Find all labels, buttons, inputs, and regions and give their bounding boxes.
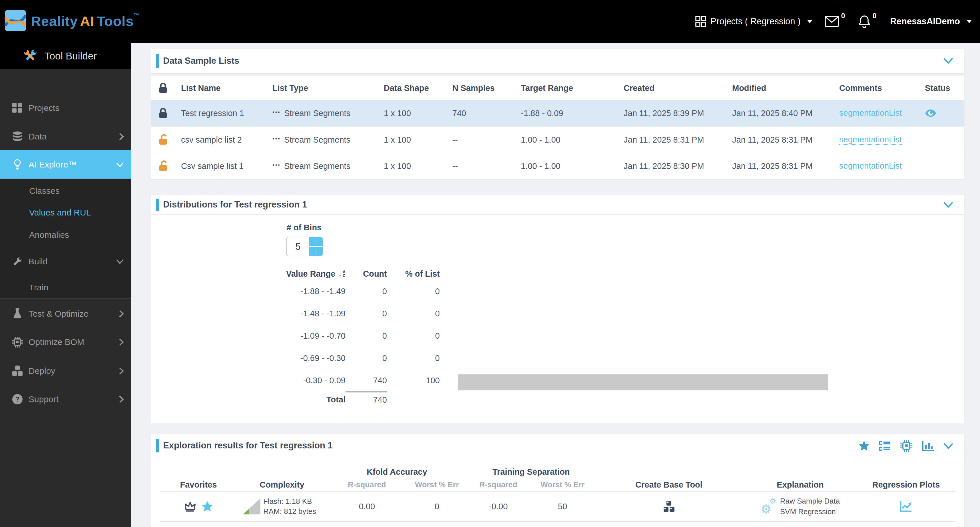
sidebar-item-classes[interactable]: Classes	[0, 181, 131, 201]
collapse-chevron-icon[interactable]	[943, 57, 954, 65]
cell-n-samples: --	[448, 161, 517, 171]
sort-icon[interactable]: ↓ AZ	[338, 270, 345, 278]
exploration-table: Kfold Accuracy Training Separation Favor…	[160, 465, 955, 522]
bins-spin-buttons: ↑ ↓	[309, 237, 323, 256]
dist-range: -1.09 - -0.70	[286, 325, 345, 347]
section-title-data-sample-lists: Data Sample Lists	[163, 56, 239, 66]
explanation-text: Raw Sample Data SVM Regression	[780, 496, 840, 517]
crown-icon[interactable]	[184, 501, 197, 512]
column-header-kfold-r2: R-squared	[327, 478, 407, 491]
cubes-icon	[11, 366, 24, 376]
data-sample-lists-table: List Name List Type Data Shape N Samples…	[151, 76, 964, 179]
cell-modified: Jan 11, 2025 8:31 PM	[728, 161, 835, 171]
sidebar-item-support[interactable]: ? Support	[0, 389, 131, 409]
sidebar: Tool Builder Projects Data AI Explore™ C…	[0, 43, 131, 527]
eye-icon[interactable]	[925, 109, 936, 117]
projects-icon	[11, 103, 24, 113]
exploration-results-card: Exploration results for Test regression …	[151, 434, 964, 527]
collapse-chevron-icon[interactable]	[943, 201, 954, 209]
gears-icon[interactable]: ⚙ ⚙	[761, 498, 776, 515]
dist-count: 0	[345, 280, 387, 302]
column-header-train-worst: Worst % Err	[530, 478, 595, 491]
favorites-filter-icon[interactable]	[858, 441, 870, 451]
comments-link[interactable]: segmentationList	[839, 108, 902, 118]
line-chart-icon[interactable]	[899, 500, 913, 513]
sidebar-item-optimize-bom[interactable]: Optimize BOM	[0, 332, 131, 352]
bins-label: # of Bins	[274, 223, 334, 232]
sidebar-item-anomalies[interactable]: Anomalies	[0, 225, 131, 245]
comments-link[interactable]: segmentationList	[839, 135, 902, 145]
projects-dropdown[interactable]: Projects ( Regression )	[695, 16, 812, 27]
dist-count: 740	[345, 369, 387, 391]
dist-range: -1.48 - -1.09	[286, 302, 345, 325]
chip-icon	[11, 337, 24, 348]
reality-ai-logo-icon	[5, 10, 26, 32]
sidebar-item-data[interactable]: Data	[0, 126, 131, 147]
stream-segments-icon: •••	[272, 136, 281, 142]
cell-status	[921, 109, 964, 117]
section-title-exploration: Exploration results for Test regression …	[163, 441, 332, 451]
dist-pct: 0	[387, 280, 440, 302]
bins-increment-button[interactable]: ↑	[309, 237, 323, 247]
exploration-toolbar	[858, 434, 934, 457]
sidebar-item-projects[interactable]: Projects	[0, 98, 131, 118]
sidebar-header: Tool Builder	[0, 43, 131, 69]
sidebar-item-test-optimize[interactable]: Test & Optimize	[0, 304, 131, 324]
accent-bar	[156, 54, 159, 68]
grid-icon	[695, 16, 706, 27]
cell-target-range: 1.00 - 1.00	[517, 135, 620, 145]
column-header-data-shape: Data Shape	[380, 83, 448, 93]
column-header-count: Count	[345, 268, 387, 280]
sidebar-item-values-and-rul[interactable]: Values and RUL	[0, 203, 131, 223]
chevron-down-icon	[116, 259, 124, 264]
distribution-bar	[458, 374, 828, 390]
lock-closed-icon[interactable]	[151, 107, 177, 119]
sidebar-item-train[interactable]: Train	[0, 278, 131, 297]
sidebar-item-ai-explore[interactable]: AI Explore™	[0, 150, 131, 179]
lock-column-header-icon	[151, 82, 177, 94]
column-header-status: Status	[921, 83, 964, 93]
messages-count-badge: 0	[841, 12, 845, 20]
bins-input[interactable]	[287, 237, 309, 256]
brand-logo[interactable]: RealityAITools™	[5, 10, 139, 32]
comments-link[interactable]: segmentationList	[839, 161, 902, 171]
column-header-target-range: Target Range	[517, 83, 620, 93]
hardware-chip-icon[interactable]	[900, 439, 913, 452]
create-base-tool-button[interactable]	[662, 500, 676, 513]
dist-pct: 0	[387, 325, 440, 347]
column-header-created: Created	[620, 83, 728, 93]
table-row[interactable]: Test regression 1 •••Stream Segments 1 x…	[151, 100, 964, 126]
dist-range: -0.69 - -0.30	[286, 347, 345, 369]
lock-open-icon[interactable]	[151, 134, 177, 146]
cell-list-type: •••Stream Segments	[269, 161, 380, 171]
cell-created: Jan 11, 2025 8:31 PM	[620, 135, 728, 145]
bins-decrement-button[interactable]: ↓	[309, 247, 323, 256]
bar-chart-icon[interactable]	[922, 440, 934, 452]
results-list-icon[interactable]	[879, 441, 891, 451]
collapse-chevron-icon[interactable]	[943, 442, 954, 450]
result-row[interactable]: Flash: 1.18 KB RAM: 812 bytes 0.00 0 -0.…	[160, 492, 955, 522]
lock-open-icon[interactable]	[151, 160, 177, 172]
dist-count: 0	[345, 302, 387, 325]
messages-button[interactable]: 0	[825, 16, 847, 27]
distribution-table: Value Range ↓ AZ Count % of List -1.88 -…	[286, 268, 440, 407]
cell-comments: segmentationList	[835, 161, 921, 171]
notifications-button[interactable]: 0	[859, 15, 878, 28]
star-icon[interactable]	[201, 501, 213, 512]
complexity-triangle-icon	[243, 498, 261, 514]
sidebar-item-build[interactable]: Build	[0, 251, 131, 271]
user-menu[interactable]: RenesasAIDemo	[890, 16, 972, 27]
dist-range: -1.88 - -1.49	[286, 280, 345, 302]
cell-modified: Jan 11, 2025 8:40 PM	[728, 109, 835, 118]
sidebar-divider	[0, 299, 131, 299]
complexity-text: Flash: 1.18 KB RAM: 812 bytes	[263, 497, 316, 516]
distribution-bar-track	[458, 374, 828, 390]
tool-builder-icon	[22, 48, 39, 64]
table-row[interactable]: csv sample list 2 •••Stream Segments 1 x…	[151, 126, 964, 153]
table-row[interactable]: Csv sample list 1 •••Stream Segments 1 x…	[151, 153, 964, 179]
cell-list-type: •••Stream Segments	[269, 109, 380, 118]
lightbulb-icon	[11, 159, 24, 170]
dist-pct: 100	[387, 369, 440, 391]
sidebar-item-deploy[interactable]: Deploy	[0, 361, 131, 381]
stream-segments-icon: •••	[272, 162, 281, 168]
